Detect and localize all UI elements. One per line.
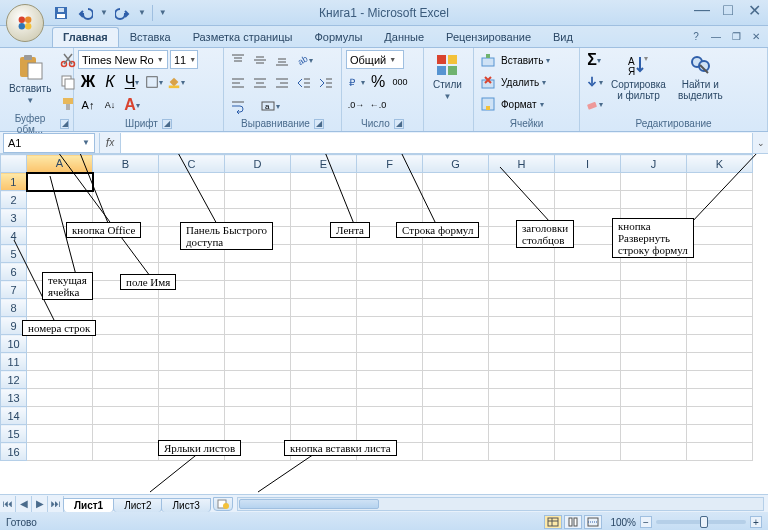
wb-minimize-button[interactable]: — (708, 28, 724, 44)
cell[interactable] (27, 317, 93, 335)
decrease-decimal-button[interactable]: ←.0 (368, 95, 388, 115)
number-format-combo[interactable]: Общий▼ (346, 50, 404, 69)
cell[interactable] (291, 425, 357, 443)
cell[interactable] (159, 353, 225, 371)
column-header[interactable]: C (159, 155, 225, 173)
cell[interactable] (423, 371, 489, 389)
column-header[interactable]: H (489, 155, 555, 173)
cell[interactable] (555, 191, 621, 209)
column-header[interactable]: K (687, 155, 753, 173)
cell[interactable] (489, 245, 555, 263)
cell[interactable] (621, 317, 687, 335)
row-header[interactable]: 12 (1, 371, 27, 389)
cell[interactable] (687, 389, 753, 407)
ribbon-tab-3[interactable]: Формулы (303, 27, 373, 47)
cell[interactable] (489, 173, 555, 191)
cell[interactable] (555, 443, 621, 461)
find-select-button[interactable]: Найти и выделить (673, 50, 728, 104)
cell[interactable] (687, 209, 753, 227)
cell[interactable] (489, 371, 555, 389)
cell[interactable] (489, 443, 555, 461)
cell[interactable] (225, 299, 291, 317)
undo-dropdown-icon[interactable]: ▼ (100, 8, 108, 17)
cell[interactable] (423, 263, 489, 281)
cell[interactable] (621, 263, 687, 281)
cell[interactable] (423, 389, 489, 407)
row-header[interactable]: 8 (1, 299, 27, 317)
border-button[interactable]: ▾ (144, 72, 164, 92)
cell[interactable] (621, 353, 687, 371)
sheet-tab[interactable]: Лист2 (113, 498, 162, 512)
sheet-nav-last[interactable]: ⏭ (48, 496, 64, 512)
cell[interactable] (159, 281, 225, 299)
cell[interactable] (159, 425, 225, 443)
align-right-button[interactable] (272, 73, 292, 93)
cell[interactable] (621, 407, 687, 425)
cell[interactable] (225, 191, 291, 209)
cell[interactable] (489, 335, 555, 353)
row-header[interactable]: 13 (1, 389, 27, 407)
cell[interactable] (93, 227, 159, 245)
cell[interactable] (555, 299, 621, 317)
qat-save-button[interactable] (52, 4, 70, 22)
cell[interactable] (621, 299, 687, 317)
cell[interactable] (93, 281, 159, 299)
column-header[interactable]: A (27, 155, 93, 173)
cell[interactable] (27, 389, 93, 407)
cell[interactable] (621, 389, 687, 407)
cell[interactable] (159, 317, 225, 335)
accounting-format-button[interactable]: ₽▾ (346, 72, 366, 92)
cell[interactable] (423, 245, 489, 263)
row-header[interactable]: 7 (1, 281, 27, 299)
qat-redo-button[interactable] (114, 4, 132, 22)
cell[interactable] (687, 407, 753, 425)
cell[interactable] (357, 299, 423, 317)
sheet-nav-prev[interactable]: ◀ (16, 496, 32, 512)
insert-cells-button[interactable] (478, 50, 498, 70)
sheet-nav-next[interactable]: ▶ (32, 496, 48, 512)
column-header[interactable]: J (621, 155, 687, 173)
redo-dropdown-icon[interactable]: ▼ (138, 8, 146, 17)
cell[interactable] (225, 389, 291, 407)
merge-center-button[interactable]: a▾ (250, 96, 290, 116)
view-page-break-button[interactable] (584, 515, 602, 529)
cell[interactable] (291, 317, 357, 335)
horizontal-scrollbar[interactable] (237, 497, 764, 511)
cell[interactable] (423, 353, 489, 371)
cell[interactable] (93, 209, 159, 227)
column-header[interactable]: D (225, 155, 291, 173)
ribbon-tab-5[interactable]: Рецензирование (435, 27, 542, 47)
cell[interactable] (621, 209, 687, 227)
cell[interactable] (93, 173, 159, 191)
cell[interactable] (357, 209, 423, 227)
delete-cells-button[interactable] (478, 72, 498, 92)
cell[interactable] (555, 425, 621, 443)
column-header[interactable]: B (93, 155, 159, 173)
cell[interactable] (489, 317, 555, 335)
cell[interactable] (357, 245, 423, 263)
cell[interactable] (357, 425, 423, 443)
cell[interactable] (555, 209, 621, 227)
cell[interactable] (291, 407, 357, 425)
cell[interactable] (555, 317, 621, 335)
cell[interactable] (489, 353, 555, 371)
cell[interactable] (27, 335, 93, 353)
ribbon-tab-0[interactable]: Главная (52, 27, 119, 47)
close-button[interactable]: ✕ (744, 2, 764, 18)
cell[interactable] (423, 425, 489, 443)
cell[interactable] (621, 191, 687, 209)
format-cells-button[interactable] (478, 94, 498, 114)
cell[interactable] (291, 191, 357, 209)
styles-button[interactable]: Стили▼ (428, 50, 467, 105)
zoom-in-button[interactable]: + (750, 516, 762, 528)
name-box[interactable]: A1▼ (3, 133, 95, 153)
cell[interactable] (357, 335, 423, 353)
cell[interactable] (555, 173, 621, 191)
cell[interactable] (621, 245, 687, 263)
cell[interactable] (357, 227, 423, 245)
zoom-slider-knob[interactable] (700, 516, 708, 528)
cell[interactable] (159, 191, 225, 209)
column-header[interactable]: G (423, 155, 489, 173)
cell[interactable] (357, 173, 423, 191)
select-all-button[interactable] (1, 155, 27, 173)
